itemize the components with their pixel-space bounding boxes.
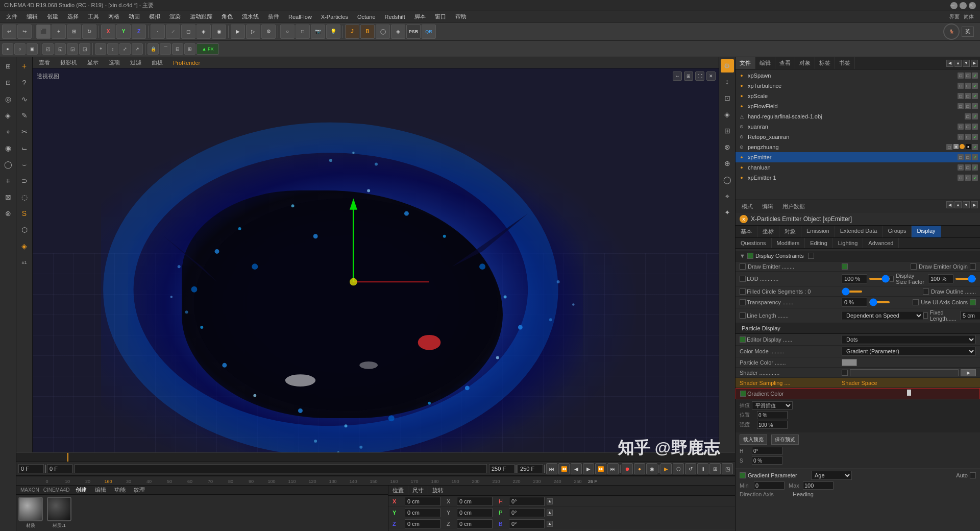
coord-x-pos-input[interactable] xyxy=(405,497,440,506)
menu-plugins[interactable]: 插件 xyxy=(264,12,283,21)
tb2-fx[interactable]: ▲ FX xyxy=(197,43,219,55)
tab-object[interactable]: 对象 xyxy=(795,57,815,69)
main-tab-groups[interactable]: Groups xyxy=(883,226,912,237)
menu-motion[interactable]: 运动跟踪 xyxy=(186,12,216,21)
vrt-icon4[interactable]: ◈ xyxy=(720,107,734,122)
coord-b-input[interactable] xyxy=(509,519,545,528)
s-input[interactable] xyxy=(752,456,782,465)
edge-mode[interactable]: ⟋ xyxy=(166,25,180,39)
editor-display-select[interactable]: Dots Lines Circles xyxy=(842,335,976,344)
vp-options[interactable]: 选项 xyxy=(107,58,122,67)
play-rev-btn[interactable]: ◀ xyxy=(571,463,582,474)
shader-field[interactable] xyxy=(850,369,959,376)
trans-slider[interactable] xyxy=(869,301,890,303)
mat-tab-func[interactable]: 功能 xyxy=(112,486,128,494)
menu-render[interactable]: 渲染 xyxy=(165,12,185,21)
poly-mode[interactable]: ◻ xyxy=(181,25,195,39)
material-item-2[interactable]: 材质.1 xyxy=(47,497,71,529)
draw-origin-check[interactable] xyxy=(970,263,976,270)
current-frame-input[interactable] xyxy=(47,464,72,473)
tb2-btn9[interactable]: ↕ xyxy=(107,43,118,55)
vp-panel[interactable]: 面板 xyxy=(150,58,165,67)
menu-redshift[interactable]: Redshift xyxy=(381,13,409,21)
ui-axis-check[interactable] xyxy=(970,299,976,305)
h-input[interactable] xyxy=(752,447,782,455)
redo-btn[interactable]: ↪ xyxy=(17,25,32,39)
h-expand[interactable]: ▲ xyxy=(547,498,553,504)
prop-arrow-4[interactable]: ▶ xyxy=(971,201,978,208)
xp-btn3[interactable]: ◯ xyxy=(376,25,390,39)
z-axis[interactable]: Z xyxy=(132,25,146,39)
lod-slider[interactable] xyxy=(869,278,890,280)
qr-btn[interactable]: QR xyxy=(422,25,436,39)
tb2-plane[interactable]: ⊟ xyxy=(172,43,183,55)
vp-icon-layout[interactable]: ⊞ xyxy=(684,71,693,81)
xp-reset-btn[interactable]: ↺ xyxy=(685,463,696,474)
left-icon-8[interactable]: ⌗ xyxy=(1,174,15,188)
camera-obj[interactable]: 📷 xyxy=(311,25,325,39)
tb2-btn7[interactable]: ◳ xyxy=(79,43,90,55)
min-input[interactable] xyxy=(754,481,785,490)
xp-step-btn[interactable]: ⬡ xyxy=(673,463,684,474)
color-mode-select[interactable]: Gradient (Parameter) Solid Color Texture xyxy=(842,347,976,356)
sub-tab-lighting[interactable]: Lighting xyxy=(833,238,864,248)
vrt-icon1[interactable]: ⚙ xyxy=(721,59,734,73)
prop-tab-edit[interactable]: 编辑 xyxy=(758,201,777,212)
obj-xpFlowField[interactable]: ● xpFlowField □ □ ✓ xyxy=(736,101,980,111)
coord-h-input[interactable] xyxy=(509,497,545,506)
vp-icon-maximize[interactable]: ⛶ xyxy=(695,71,704,81)
vrt-icon3[interactable]: ⊡ xyxy=(720,91,734,105)
draw-emitter-check[interactable] xyxy=(842,263,848,270)
disp-size-input[interactable] xyxy=(928,274,953,283)
fixed-len-input[interactable] xyxy=(960,311,980,320)
xp-btn2[interactable]: B xyxy=(360,25,375,39)
menu-xparticles[interactable]: X-Particles xyxy=(317,13,352,21)
vrt-icon2[interactable]: ↕ xyxy=(720,75,734,89)
tb2-btn3[interactable]: ▣ xyxy=(27,43,38,55)
xp-btn1[interactable]: J xyxy=(345,25,359,39)
obj-xpSpawn[interactable]: ● xpSpawn □ □ ✓ xyxy=(736,70,980,81)
menu-octane[interactable]: Octane xyxy=(353,13,379,21)
tool-magnet[interactable]: ⊃ xyxy=(17,174,32,188)
left-icon-9[interactable]: ⊠ xyxy=(1,190,15,204)
coord-y-pos-input[interactable] xyxy=(405,508,440,517)
end-frame-input[interactable] xyxy=(489,464,514,473)
tool-xp4[interactable]: ±1 xyxy=(17,255,32,270)
ui-axis-cb[interactable] xyxy=(913,299,919,305)
coord-y-size-input[interactable] xyxy=(457,508,493,517)
record-auto-btn[interactable]: ● xyxy=(634,463,645,474)
menu-edit[interactable]: 编辑 xyxy=(22,12,42,21)
tool-cut[interactable]: ✂ xyxy=(17,125,32,139)
close-button[interactable]: ✕ xyxy=(969,2,976,9)
menu-animate[interactable]: 动画 xyxy=(125,12,144,21)
mat-tab-create[interactable]: 创建 xyxy=(74,486,89,494)
render-btn[interactable]: ▶ xyxy=(231,25,245,39)
tool-select[interactable]: + xyxy=(17,59,32,74)
main-tab-basic[interactable]: 基本 xyxy=(736,226,757,237)
sub-tab-editing[interactable]: Editing xyxy=(805,238,833,248)
scale-tool[interactable]: ⊞ xyxy=(67,25,81,39)
interp-select[interactable]: 平滑插值 线性 xyxy=(752,401,793,409)
coord-tab-size[interactable]: 尺寸 xyxy=(408,486,428,495)
sub-tab-modifiers[interactable]: Modifiers xyxy=(772,238,805,248)
tab-file[interactable]: 文件 xyxy=(736,57,755,69)
coord-tab-rot[interactable]: 旋转 xyxy=(428,486,448,495)
main-tab-extended[interactable]: Extended Data xyxy=(835,226,883,237)
menu-file[interactable]: 文件 xyxy=(2,12,21,21)
obj-hand-mesh[interactable]: △ hand-regularfinal-scaled-1.obj □ ✓ xyxy=(736,111,980,122)
grad-param-cb[interactable] xyxy=(740,472,746,478)
null-obj[interactable]: ○ xyxy=(280,25,295,39)
pos-input-grad[interactable] xyxy=(757,411,788,419)
fixed-len-cb[interactable] xyxy=(923,312,928,319)
obj-xpTurbulence[interactable]: ● xpTurbulence □ □ ✓ xyxy=(736,81,980,91)
menu-help[interactable]: 帮助 xyxy=(451,12,471,21)
left-icon-4[interactable]: ◈ xyxy=(1,108,15,123)
x-axis[interactable]: X xyxy=(101,25,115,39)
cube-obj[interactable]: □ xyxy=(296,25,310,39)
obj-xpEmitter[interactable]: ● xpEmitter □ □ ✓ xyxy=(736,152,980,162)
left-icon-3[interactable]: ◎ xyxy=(1,92,15,106)
obj-xuanran[interactable]: ⊙ xuanran □ □ ✓ xyxy=(736,122,980,132)
obj-pengzhuang[interactable]: ⊙ pengzhuang □ ■ ■ ✓ xyxy=(736,142,980,152)
menu-window[interactable]: 窗口 xyxy=(431,12,450,21)
go-end-btn[interactable]: ⏭ xyxy=(607,463,619,474)
